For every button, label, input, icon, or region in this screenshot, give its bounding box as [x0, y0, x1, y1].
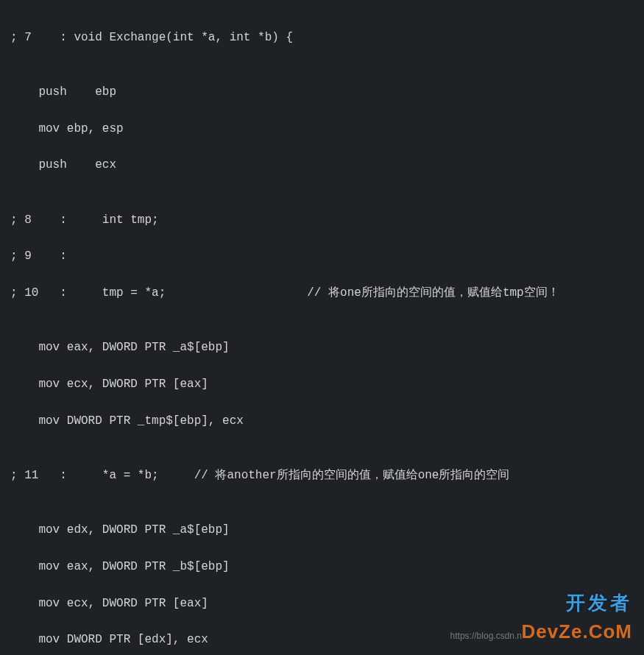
- code-line: ; 8 : int tmp;: [10, 211, 644, 230]
- watermark-url: https://blog.csdn.n: [450, 629, 522, 643]
- watermark-en: DevZe.CoM: [521, 617, 632, 646]
- code-line: mov ecx, DWORD PTR [eax]: [10, 375, 644, 394]
- code-block: ; 7 : void Exchange(int *a, int *b) { pu…: [0, 0, 644, 655]
- code-line: mov DWORD PTR _tmp$[ebp], ecx: [10, 412, 644, 431]
- code-line: mov eax, DWORD PTR _a$[ebp]: [10, 339, 644, 357]
- watermark-cn: 开发者: [521, 588, 632, 617]
- code-line: mov ebp, esp: [10, 120, 644, 138]
- code-line: ; 10 : tmp = *a; // 将one所指向的空间的值，赋值给tmp空…: [10, 284, 644, 302]
- code-line: push ebp: [10, 83, 644, 102]
- code-line: mov edx, DWORD PTR _a$[ebp]: [10, 521, 644, 539]
- code-line: ; 7 : void Exchange(int *a, int *b) {: [10, 29, 644, 47]
- code-line: mov eax, DWORD PTR _b$[ebp]: [10, 558, 644, 576]
- watermark: https://blog.csdn.n 开发者 DevZe.CoM: [521, 588, 632, 646]
- code-line: ; 11 : *a = *b; // 将another所指向的空间的值，赋值给o…: [10, 467, 644, 485]
- code-line: push ecx: [10, 156, 644, 174]
- code-line: ; 9 :: [10, 247, 644, 266]
